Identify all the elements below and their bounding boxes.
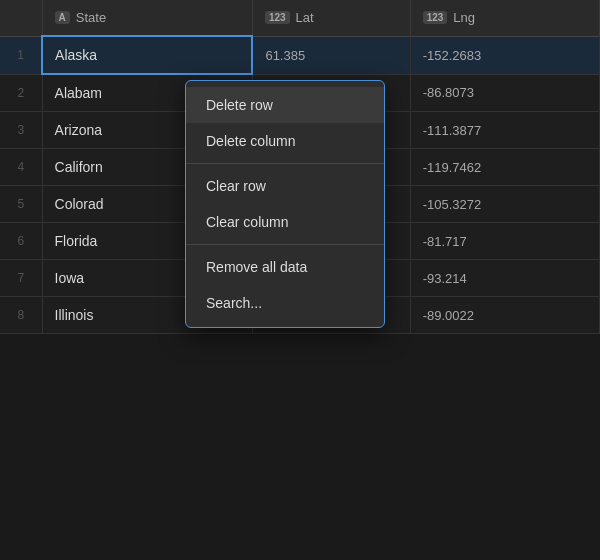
lng-column-label: Lng	[453, 10, 475, 25]
menu-item-delete-column[interactable]: Delete column	[186, 123, 384, 159]
menu-item-remove-all-data[interactable]: Remove all data	[186, 249, 384, 285]
context-menu: Delete rowDelete columnClear rowClear co…	[185, 80, 385, 328]
row-number: 4	[0, 149, 42, 186]
lng-cell[interactable]: -105.3272	[410, 186, 599, 223]
lng-cell[interactable]: -119.7462	[410, 149, 599, 186]
row-num-header	[0, 0, 42, 36]
menu-divider	[186, 244, 384, 245]
lng-cell[interactable]: -93.214	[410, 260, 599, 297]
lng-cell[interactable]: -81.717	[410, 223, 599, 260]
lng-column-header[interactable]: 123 Lng	[410, 0, 599, 36]
row-number: 7	[0, 260, 42, 297]
state-column-label: State	[76, 10, 106, 25]
menu-item-delete-row[interactable]: Delete row	[186, 87, 384, 123]
lng-cell[interactable]: -89.0022	[410, 297, 599, 334]
lng-cell[interactable]: -152.2683	[410, 36, 599, 74]
row-number: 5	[0, 186, 42, 223]
table-container: A State 123 Lat 123 Lng	[0, 0, 600, 560]
row-number: 3	[0, 112, 42, 149]
row-number: 2	[0, 74, 42, 112]
lat-column-label: Lat	[296, 10, 314, 25]
row-number: 8	[0, 297, 42, 334]
state-type-icon: A	[55, 11, 70, 24]
lng-cell[interactable]: -86.8073	[410, 74, 599, 112]
row-number: 6	[0, 223, 42, 260]
lng-cell[interactable]: -111.3877	[410, 112, 599, 149]
state-cell[interactable]: Alaska	[42, 36, 252, 74]
lng-type-icon: 123	[423, 11, 448, 24]
lat-cell[interactable]: 61.385	[252, 36, 410, 74]
table-row[interactable]: 1 Alaska 61.385 -152.2683	[0, 36, 600, 74]
lat-type-icon: 123	[265, 11, 290, 24]
menu-item-search[interactable]: Search...	[186, 285, 384, 321]
menu-item-clear-column[interactable]: Clear column	[186, 204, 384, 240]
menu-item-clear-row[interactable]: Clear row	[186, 168, 384, 204]
table-header-row: A State 123 Lat 123 Lng	[0, 0, 600, 36]
row-number: 1	[0, 36, 42, 74]
lat-column-header[interactable]: 123 Lat	[252, 0, 410, 36]
menu-divider	[186, 163, 384, 164]
state-column-header[interactable]: A State	[42, 0, 252, 36]
